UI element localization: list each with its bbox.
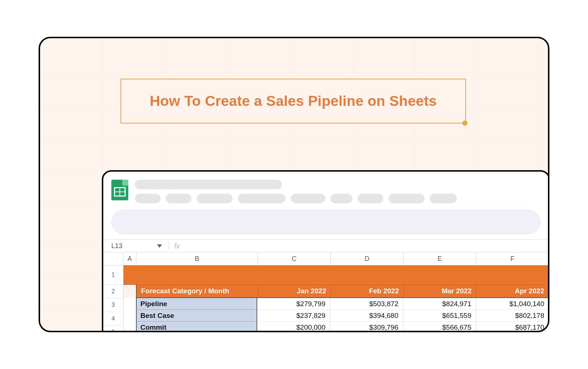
- value-cell[interactable]: $394,680: [330, 310, 404, 322]
- header-month-mar[interactable]: Mar 2022: [404, 285, 477, 298]
- row-header-4[interactable]: 4: [103, 312, 123, 326]
- category-cell[interactable]: Best Case: [136, 310, 257, 322]
- fx-label: fx: [174, 242, 180, 250]
- menu-placeholder-row: [135, 194, 538, 203]
- tutorial-title: How To Create a Sales Pipeline on Sheets: [150, 93, 437, 109]
- column-header-F[interactable]: F: [476, 252, 549, 265]
- value-cell[interactable]: $503,872: [330, 298, 404, 310]
- menu-placeholder: [358, 194, 383, 203]
- value-cell[interactable]: $824,971: [403, 298, 476, 310]
- header-month-feb[interactable]: Feb 2022: [331, 285, 404, 298]
- table-header-row: Forecast Category / Month Jan 2022 Feb 2…: [123, 285, 549, 298]
- cell-A2[interactable]: [123, 285, 136, 298]
- value-cell[interactable]: $687,170: [476, 322, 549, 332]
- cell-A3[interactable]: [123, 298, 136, 310]
- value-cell[interactable]: $1,040,140: [476, 298, 549, 310]
- data-body: Forecast Category / Month Jan 2022 Feb 2…: [123, 265, 549, 332]
- column-header-B[interactable]: B: [136, 252, 258, 265]
- value-cell[interactable]: $237,829: [257, 310, 330, 322]
- menu-placeholder: [330, 194, 352, 203]
- header-category[interactable]: Forecast Category / Month: [136, 285, 258, 298]
- value-cell[interactable]: $309,796: [330, 322, 404, 332]
- title-placeholder: [135, 180, 282, 189]
- header-placeholders: [135, 180, 538, 203]
- row-headers: 1 2 3 4 5 6: [103, 265, 123, 332]
- category-cell[interactable]: Commit: [136, 322, 257, 332]
- cell-A5[interactable]: [123, 322, 136, 332]
- column-header-D[interactable]: D: [331, 252, 404, 265]
- header-month-apr[interactable]: Apr 2022: [476, 285, 549, 298]
- google-sheets-icon: [111, 180, 128, 200]
- table-row: Best Case $237,829 $394,680 $651,559 $80…: [123, 310, 549, 322]
- value-cell[interactable]: $651,559: [403, 310, 476, 322]
- value-cell[interactable]: $566,675: [403, 322, 476, 332]
- row-header-1[interactable]: 1: [103, 265, 123, 285]
- title-box: How To Create a Sales Pipeline on Sheets: [121, 79, 466, 123]
- column-headers: A B C D E F: [103, 252, 549, 265]
- menu-placeholder: [197, 194, 233, 203]
- table-row: Pipeline $279,799 $503,872 $824,971 $1,0…: [123, 298, 549, 310]
- column-header-A[interactable]: A: [123, 252, 136, 265]
- row-header-3[interactable]: 3: [103, 298, 123, 312]
- table-row: Commit $200,000 $309,796 $566,675 $687,1…: [123, 322, 549, 332]
- sheets-header: [103, 172, 549, 207]
- name-box[interactable]: L13: [103, 242, 155, 250]
- row-header-2[interactable]: 2: [103, 285, 123, 298]
- selection-handle-icon: [462, 121, 467, 126]
- menu-placeholder: [291, 194, 325, 203]
- select-all-corner[interactable]: [103, 252, 123, 265]
- title-band-row[interactable]: [123, 265, 549, 285]
- cell-A4[interactable]: [123, 310, 136, 322]
- spreadsheet-grid: 1 2 3 4 5 6 Forecast Category / Month Ja…: [103, 265, 549, 332]
- divider: [169, 242, 169, 250]
- sheets-window: L13 fx A B C D E F 1 2 3 4 5: [102, 170, 549, 332]
- name-box-row: L13 fx: [103, 239, 549, 252]
- column-header-E[interactable]: E: [404, 252, 476, 265]
- menu-placeholder: [430, 194, 457, 203]
- menu-placeholder: [388, 194, 424, 203]
- value-cell[interactable]: $802,178: [476, 310, 549, 322]
- menu-placeholder: [238, 194, 286, 203]
- menu-placeholder: [135, 194, 161, 203]
- category-cell[interactable]: Pipeline: [136, 298, 257, 310]
- value-cell[interactable]: $200,000: [257, 322, 330, 332]
- value-cell[interactable]: $279,799: [257, 298, 330, 310]
- menu-placeholder: [166, 194, 191, 203]
- tutorial-card: How To Create a Sales Pipeline on Sheets: [39, 37, 549, 332]
- column-header-C[interactable]: C: [258, 252, 331, 265]
- name-box-dropdown-icon[interactable]: [157, 244, 162, 248]
- row-header-5[interactable]: 5: [103, 326, 123, 332]
- toolbar-placeholder: [111, 210, 541, 234]
- header-month-jan[interactable]: Jan 2022: [258, 285, 331, 298]
